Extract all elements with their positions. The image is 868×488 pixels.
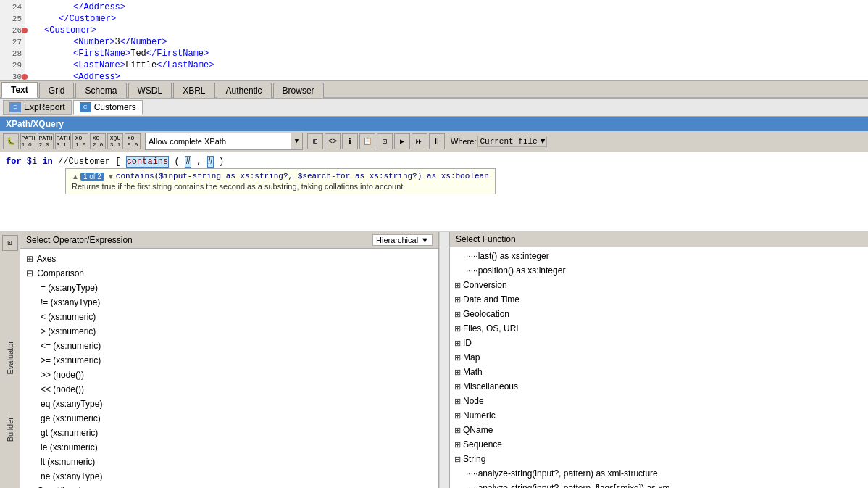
toolbar-xo20-btn[interactable]: XO2.0 [90, 133, 106, 149]
tab-xbrl[interactable]: XBRL [173, 83, 214, 98]
tree-follows[interactable]: >> (node()) [20, 368, 438, 382]
toolbar-copy-btn[interactable]: 📋 [359, 133, 375, 149]
tree-ne[interactable]: ne (xs:anyType) [20, 469, 438, 484]
hierarchical-label: Hierarchical [376, 236, 418, 244]
tab-text[interactable]: Text [1, 82, 38, 98]
func-group-misc[interactable]: ⊞ Miscellaneous [450, 379, 868, 394]
toolbar-angle-btn[interactable]: <> [325, 133, 341, 149]
query-line: for $i in //Customer [ contains ( # , # … [6, 155, 862, 168]
tree-gt[interactable]: gt (xs:numeric) [20, 426, 438, 440]
tree-lt-num[interactable]: < (xs:numeric) [20, 310, 438, 324]
map-label: Map [463, 351, 480, 364]
autocomplete-description: Returns true if the first string contain… [72, 182, 489, 191]
tree-gte-num[interactable]: >= (xs:numeric) [20, 353, 438, 368]
node-plus-icon: ⊞ [454, 394, 461, 408]
func-analyze-string-1[interactable]: ·····analyze-string(input?, pattern) as … [450, 466, 868, 481]
operator-panel-title: Select Operator/Expression [26, 235, 372, 245]
doc-tab-icon-expreport: E [9, 102, 21, 112]
in-keyword: in [42, 157, 52, 167]
toolbar-bug-btn[interactable]: 🐛 [3, 133, 19, 149]
query-comma: , [196, 157, 206, 167]
func-position[interactable]: ·····position() as xs:integer [450, 263, 868, 278]
autocomplete-next[interactable]: ▼ [107, 173, 114, 181]
tab-schema[interactable]: Schema [75, 83, 126, 98]
toolbar-step-btn[interactable]: ⏭ [412, 133, 427, 149]
toolbar-expand-btn[interactable]: ⊡ [377, 133, 393, 149]
func-group-qname[interactable]: ⊞ QName [450, 423, 868, 437]
xpath-bar: XPath/XQuery [0, 117, 868, 131]
tree-neq-any[interactable]: != (xs:anyType) [20, 295, 438, 310]
tree-conditional[interactable]: ⊞ Conditional [20, 484, 438, 488]
line-num-26: 26 [0, 25, 25, 36]
autocomplete-prev[interactable]: ▲ [72, 173, 79, 181]
toolbar-pause-btn[interactable]: ⏸ [429, 133, 445, 149]
tab-authentic[interactable]: Authentic [217, 83, 272, 98]
tree-axes[interactable]: ⊞ Axes [20, 252, 438, 266]
func-group-string[interactable]: ⊟ String [450, 452, 868, 466]
where-select[interactable]: Current file ▼ [477, 136, 547, 147]
func-group-id[interactable]: ⊞ ID [450, 336, 868, 350]
toolbar-grid-btn[interactable]: ⊞ [307, 133, 323, 149]
var-i: $i [27, 157, 43, 167]
where-dropdown-icon: ▼ [541, 137, 546, 146]
hierarchical-select[interactable]: Hierarchical ▼ [372, 234, 433, 246]
autocomplete-counter: 1 of 2 [80, 173, 104, 181]
toolbar-path10-btn[interactable]: PATH1.0 [20, 133, 36, 149]
breakpoint-30 [22, 74, 28, 80]
tree-lt[interactable]: lt (xs:numeric) [20, 455, 438, 469]
tree-eq-any[interactable]: = (xs:anyType) [20, 281, 438, 295]
func-group-conversion[interactable]: ⊞ Conversion [450, 278, 868, 292]
xpath-dropdown-btn[interactable]: ▼ [291, 133, 302, 149]
tree-gt-num[interactable]: > (xs:numeric) [20, 324, 438, 339]
doc-tab-expreport[interactable]: E ExpReport [3, 100, 72, 115]
tree-le[interactable]: le (xs:numeric) [20, 440, 438, 455]
side-icon-btn[interactable]: ⊡ [2, 235, 18, 251]
toolbar-xo-btn[interactable]: XO1.0 [72, 133, 88, 149]
func-group-files[interactable]: ⊞ Files, OS, URI [450, 321, 868, 336]
axes-label: Axes [37, 254, 57, 264]
tab-browser[interactable]: Browser [273, 83, 324, 98]
toolbar-xo50-btn[interactable]: XO5.0 [125, 133, 141, 149]
func-group-datetime[interactable]: ⊞ Date and Time [450, 292, 868, 307]
toolbar-info-btn[interactable]: ℹ [342, 133, 358, 149]
tree-lte-num[interactable]: <= (xs:numeric) [20, 339, 438, 353]
func-group-map[interactable]: ⊞ Map [450, 350, 868, 365]
for-keyword: for [6, 157, 22, 167]
comparison-expander: ⊟ [26, 268, 33, 278]
conversion-label: Conversion [463, 278, 507, 291]
id-label: ID [463, 336, 472, 350]
xpath-input[interactable] [146, 136, 291, 147]
tree-comparison[interactable]: ⊟ Comparison [20, 266, 438, 281]
builder-tab[interactable]: Builder [3, 410, 17, 448]
func-group-numeric[interactable]: ⊞ Numeric [450, 408, 868, 423]
function-list: ·····last() as xs:integer ·····position(… [450, 247, 868, 488]
tree-precedes[interactable]: << (node()) [20, 382, 438, 397]
tab-grid[interactable]: Grid [39, 83, 75, 98]
evaluator-tab[interactable]: Evaluator [3, 334, 17, 381]
function-panel-header: Select Function [450, 232, 868, 247]
func-group-sequence[interactable]: ⊞ Sequence [450, 437, 868, 452]
tab-wsdl[interactable]: WSDL [128, 83, 172, 98]
string-label: String [463, 452, 485, 466]
doc-tab-customers[interactable]: C Customers [73, 100, 143, 115]
func-group-node[interactable]: ⊞ Node [450, 394, 868, 408]
func-last[interactable]: ·····last() as xs:integer [450, 249, 868, 263]
doc-tab-bar: E ExpReport C Customers [0, 99, 868, 117]
toolbar-path31-btn[interactable]: PATH3.1 [55, 133, 71, 149]
func-group-math[interactable]: ⊞ Math [450, 365, 868, 379]
func-group-geolocation[interactable]: ⊞ Geolocation [450, 307, 868, 321]
tree-eq[interactable]: eq (xs:anyType) [20, 397, 438, 411]
toolbar-path20-btn[interactable]: PATH2.0 [38, 133, 54, 149]
operator-panel: Select Operator/Expression Hierarchical … [20, 232, 439, 488]
toolbar-play-btn[interactable]: ▶ [394, 133, 410, 149]
xpath-toolbar: 🐛 PATH1.0 PATH2.0 PATH3.1 XO1.0 XO2.0 XQ… [0, 131, 868, 152]
line-num-29: 29 [0, 59, 25, 71]
node-label: Node [463, 394, 484, 408]
map-plus-icon: ⊞ [454, 351, 461, 364]
tree-ge[interactable]: ge (xs:numeric) [20, 411, 438, 426]
sequence-plus-icon: ⊞ [454, 438, 461, 451]
xml-line-24: </Address> [30, 1, 864, 13]
operator-scrollbar[interactable] [439, 232, 449, 488]
toolbar-xqu31-btn[interactable]: XQU3.1 [107, 133, 123, 149]
func-analyze-string-2[interactable]: ·····analyze-string(input?, pattern, fla… [450, 481, 868, 488]
